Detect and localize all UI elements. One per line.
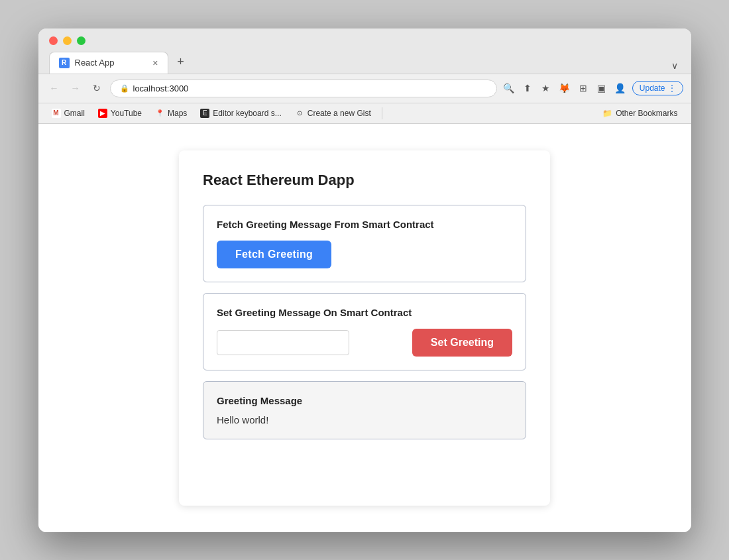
github-icon: ⊙	[295, 109, 304, 118]
editor-label: Editor keyboard s...	[213, 109, 281, 118]
update-button[interactable]: Update ⋮	[632, 81, 683, 95]
youtube-label: YouTube	[111, 109, 142, 118]
lock-icon: 🔒	[120, 84, 129, 93]
bookmarks-separator	[382, 107, 382, 119]
reload-button[interactable]: ↻	[89, 80, 105, 96]
tabs-row: R React App × + ∨	[49, 52, 681, 74]
gmail-icon: M	[52, 109, 61, 118]
browser-window: R React App × + ∨ ← → ↻ 🔒 localhost:3000…	[38, 28, 691, 532]
fetch-greeting-button[interactable]: Fetch Greeting	[217, 241, 331, 268]
greeting-input[interactable]	[217, 330, 349, 355]
star-icon[interactable]: ★	[539, 82, 553, 95]
bookmarks-bar: M Gmail ▶ YouTube 📍 Maps E Editor keyboa…	[38, 103, 691, 124]
active-tab[interactable]: R React App ×	[49, 52, 168, 74]
tab-title: React App	[75, 58, 148, 68]
bookmark-editor[interactable]: E Editor keyboard s...	[195, 107, 286, 120]
maps-icon: 📍	[155, 109, 164, 118]
bookmark-github[interactable]: ⊙ Create a new Gist	[290, 107, 376, 120]
sidebar-icon[interactable]: ▣	[595, 82, 608, 95]
folder-icon: 📁	[602, 109, 612, 118]
message-text: Hello world!	[217, 414, 512, 425]
editor-icon: E	[200, 109, 209, 118]
message-card-title: Greeting Message	[217, 395, 512, 406]
search-icon[interactable]: 🔍	[502, 82, 516, 95]
other-bookmarks-label: Other Bookmarks	[616, 109, 677, 118]
set-greeting-row: Set Greeting	[217, 329, 512, 357]
title-bar: R React App × + ∨	[38, 28, 691, 74]
app-title: React Ethereum Dapp	[203, 172, 526, 189]
back-button[interactable]: ←	[46, 80, 62, 96]
maps-label: Maps	[168, 109, 187, 118]
fox-icon[interactable]: 🦊	[558, 82, 571, 95]
minimize-button[interactable]	[63, 36, 72, 45]
page-content: React Ethereum Dapp Fetch Greeting Messa…	[38, 124, 691, 532]
traffic-lights	[49, 36, 681, 45]
set-greeting-card-title: Set Greeting Message On Smart Contract	[217, 307, 512, 318]
fetch-card-title: Fetch Greeting Message From Smart Contra…	[217, 219, 512, 230]
avatar-icon[interactable]: 👤	[614, 82, 627, 95]
set-greeting-button[interactable]: Set Greeting	[412, 329, 512, 357]
youtube-icon: ▶	[98, 109, 107, 118]
bookmark-maps[interactable]: 📍 Maps	[150, 107, 192, 120]
bookmark-youtube[interactable]: ▶ YouTube	[93, 107, 147, 120]
close-button[interactable]	[49, 36, 58, 45]
address-bar-row: ← → ↻ 🔒 localhost:3000 🔍 ⬆ ★ 🦊 ⊞ ▣ 👤 Upd…	[38, 74, 691, 103]
app-container: React Ethereum Dapp Fetch Greeting Messa…	[179, 150, 550, 506]
gmail-label: Gmail	[64, 109, 85, 118]
bookmark-gmail[interactable]: M Gmail	[46, 107, 90, 120]
other-bookmarks[interactable]: 📁 Other Bookmarks	[597, 107, 683, 120]
message-card: Greeting Message Hello world!	[203, 381, 526, 439]
address-bar[interactable]: 🔒 localhost:3000	[110, 80, 497, 97]
maximize-button[interactable]	[77, 36, 85, 45]
github-label: Create a new Gist	[308, 109, 371, 118]
set-greeting-card: Set Greeting Message On Smart Contract S…	[203, 293, 526, 370]
new-tab-button[interactable]: +	[171, 52, 191, 72]
puzzle-icon[interactable]: ⊞	[577, 82, 590, 95]
toolbar-icons: 🔍 ⬆ ★ 🦊 ⊞ ▣ 👤 Update ⋮	[502, 81, 683, 95]
url-text: localhost:3000	[133, 84, 487, 93]
share-icon[interactable]: ⬆	[521, 82, 534, 95]
tab-favicon: R	[59, 58, 70, 68]
tab-close-icon[interactable]: ×	[152, 58, 158, 68]
forward-button[interactable]: →	[68, 80, 84, 96]
fetch-card: Fetch Greeting Message From Smart Contra…	[203, 205, 526, 282]
tab-chevron-icon[interactable]: ∨	[671, 60, 678, 71]
